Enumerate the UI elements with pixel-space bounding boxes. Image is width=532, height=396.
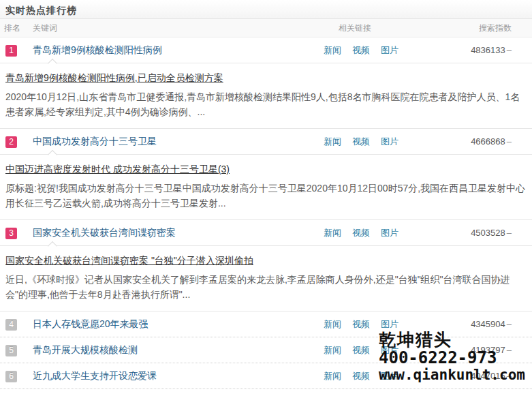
page-title-bar: 实时热点排行榜 — [0, 0, 532, 19]
video-link[interactable]: 视频 — [352, 44, 370, 57]
news-link[interactable]: 新闻 — [324, 370, 341, 382]
video-link[interactable]: 视频 — [352, 370, 370, 382]
news-link[interactable]: 新闻 — [324, 227, 341, 239]
page-title: 实时热点排行榜 — [5, 5, 77, 16]
image-link[interactable]: 图片 — [381, 344, 398, 356]
news-link[interactable]: 新闻 — [324, 318, 341, 331]
video-link[interactable]: 视频 — [352, 136, 370, 148]
table-row: 2 中国成功发射高分十三号卫星 新闻 视频 图片 4666868– — [0, 129, 532, 155]
detail-title-link[interactable]: 中国迈进高密度发射时代 成功发射高分十三号卫星(3) — [5, 164, 230, 176]
image-link[interactable]: 图片 — [381, 318, 398, 331]
image-link[interactable]: 图片 — [381, 370, 398, 382]
detail-panel: 青岛新增9例核酸检测阳性病例,已启动全员检测方案 2020年10月12日,山东省… — [0, 63, 532, 129]
column-header-keyword: 关键词 — [33, 22, 321, 34]
detail-description: 2020年10月12日,山东省青岛市卫健委通报,青岛市新增核酸检测结果阳性9人,… — [5, 89, 527, 119]
detail-title-link[interactable]: 青岛新增9例核酸检测阳性病例,已启动全员检测方案 — [5, 72, 223, 85]
news-link[interactable]: 新闻 — [324, 136, 341, 148]
search-index-value: 4345904 — [471, 319, 505, 329]
trend-flat-icon: – — [507, 345, 512, 355]
news-link[interactable]: 新闻 — [324, 44, 341, 57]
trend-flat-icon: – — [507, 45, 512, 55]
keyword-link[interactable]: 中国成功发射高分十三号卫星 — [33, 136, 157, 147]
detail-panel: 中国迈进高密度发射时代 成功发射高分十三号卫星(3) 原标题:祝贺!我国成功发射… — [0, 155, 532, 220]
news-link[interactable]: 新闻 — [324, 344, 341, 356]
column-header-links: 相关链接 — [321, 22, 437, 34]
trend-flat-icon: – — [507, 371, 512, 381]
search-index-value: 4193797 — [471, 345, 505, 355]
table-row: 7 新冠病毒可在手机屏上存活一个月 新! 新闻 视频 图片 3945869– — [0, 389, 532, 396]
column-header-index: 搜索指数 — [437, 22, 532, 34]
detail-title-link[interactable]: 国家安全机关破获台湾间谍窃密案 "台独"分子潜入深圳偷拍 — [5, 255, 253, 267]
trend-flat-icon: – — [507, 136, 512, 147]
video-link[interactable]: 视频 — [352, 344, 370, 356]
rank-badge: 4 — [5, 319, 17, 331]
detail-description: 原标题:祝贺!我国成功发射高分十三号卫星中国成功发射高分十三号卫星2020年10… — [5, 181, 527, 211]
image-link[interactable]: 图片 — [381, 44, 398, 57]
search-index-value: 4503528 — [471, 228, 505, 238]
table-row: 1 青岛新增9例核酸检测阳性病例 新闻 视频 图片 4836133– — [0, 37, 532, 63]
keyword-link[interactable]: 青岛新增9例核酸检测阳性病例 — [33, 44, 162, 55]
search-index-value: 4836133 — [471, 45, 505, 55]
rank-badge: 6 — [5, 371, 17, 382]
table-row: 6 近九成大学生支持开设恋爱课 新闻 视频 图片 4047015– — [0, 363, 532, 389]
hot-search-ranking-page: 实时热点排行榜 排名 关键词 相关链接 搜索指数 1 青岛新增9例核酸检测阳性病… — [0, 0, 532, 396]
keyword-link[interactable]: 国家安全机关破获台湾间谍窃密案 — [33, 227, 176, 238]
search-index-value: 4047015 — [471, 371, 505, 381]
image-link[interactable]: 图片 — [381, 227, 398, 239]
table-row: 3 国家安全机关破获台湾间谍窃密案 新闻 视频 图片 4503528– — [0, 220, 532, 246]
image-link[interactable]: 图片 — [381, 136, 398, 148]
search-index-value: 4666868 — [471, 136, 505, 147]
trend-flat-icon: – — [507, 228, 512, 238]
column-header-rank: 排名 — [0, 22, 33, 34]
rank-badge: 5 — [5, 345, 17, 356]
video-link[interactable]: 视频 — [352, 318, 370, 331]
keyword-link[interactable]: 日本人存钱意愿20年来最强 — [33, 318, 148, 329]
table-column-header: 排名 关键词 相关链接 搜索指数 — [0, 19, 532, 37]
video-link[interactable]: 视频 — [352, 227, 370, 239]
table-row: 4 日本人存钱意愿20年来最强 新闻 视频 图片 4345904– — [0, 311, 532, 337]
rank-badge: 2 — [5, 136, 17, 148]
detail-description: 近日,《环球时报》记者从国家安全机关了解到李孟居案的来龙去脉,李孟居除商人身份外… — [5, 272, 527, 302]
keyword-link[interactable]: 青岛开展大规模核酸检测 — [33, 344, 138, 355]
trend-flat-icon: – — [507, 319, 512, 329]
keyword-link[interactable]: 近九成大学生支持开设恋爱课 — [33, 370, 157, 381]
detail-panel: 国家安全机关破获台湾间谍窃密案 "台独"分子潜入深圳偷拍 近日,《环球时报》记者… — [0, 246, 532, 311]
table-row: 5 青岛开展大规模核酸检测 新闻 视频 图片 4193797– — [0, 337, 532, 363]
rank-badge: 1 — [5, 45, 17, 57]
rank-badge: 3 — [5, 228, 17, 239]
